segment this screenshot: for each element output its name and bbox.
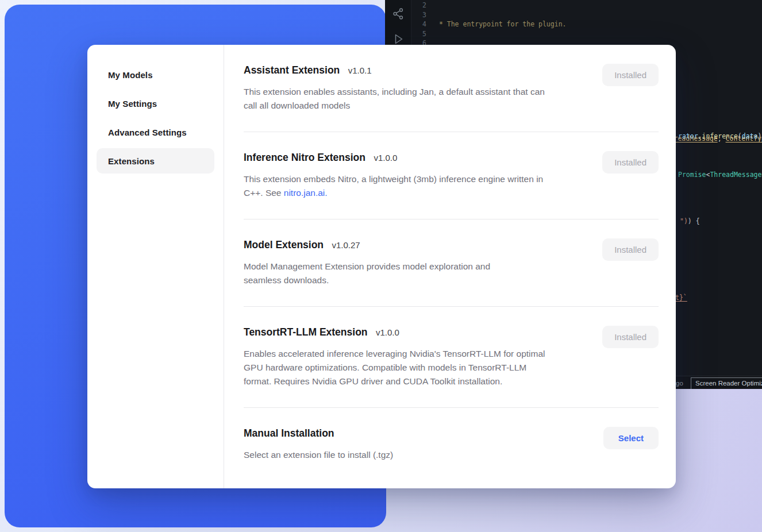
code-fragment-template: t}`: [675, 293, 687, 303]
extension-version: v1.0.27: [332, 240, 360, 250]
manual-installation-title: Manual Installation: [244, 427, 334, 439]
select-button[interactable]: Select: [603, 427, 659, 449]
code-fragment-string: ")) {: [680, 217, 700, 226]
manual-installation-description: Select an extension file to install (.tg…: [244, 448, 393, 462]
installed-button[interactable]: Installed: [602, 64, 659, 86]
run-debug-icon[interactable]: [391, 32, 405, 46]
code-fragment-promise: Promise<ThreadMessage>: [678, 170, 762, 180]
installed-button[interactable]: Installed: [602, 238, 659, 261]
manual-installation-row: Manual Installation Select an extension …: [244, 408, 659, 481]
extension-title: TensortRT-LLM Extension: [244, 326, 368, 338]
settings-modal: My Models My Settings Advanced Settings …: [87, 45, 676, 488]
extensions-list: Assistant Extension v1.0.1 This extensio…: [224, 45, 676, 488]
screen-reader-badge[interactable]: Screen Reader Optimized: [691, 377, 762, 389]
extension-description: Model Management Extension provides mode…: [244, 260, 497, 287]
extension-description: This extension embeds Nitro, a lightweig…: [244, 172, 548, 200]
extension-description: This extension enables assistants, inclu…: [244, 85, 548, 113]
settings-sidebar: My Models My Settings Advanced Settings …: [87, 45, 224, 488]
extension-row-nitro: Inference Nitro Extension v1.0.0 This ex…: [244, 132, 659, 219]
extension-title: Assistant Extension: [244, 64, 340, 76]
extension-info: TensortRT-LLM Extension v1.0.0 Enables a…: [244, 326, 554, 388]
extension-row-tensorrt: TensortRT-LLM Extension v1.0.0 Enables a…: [244, 307, 659, 408]
share-icon[interactable]: [391, 7, 405, 21]
installed-button[interactable]: Installed: [602, 326, 659, 348]
extension-title: Inference Nitro Extension: [244, 152, 365, 163]
code-doc-comment: * The entrypoint for the plugin.: [435, 20, 762, 29]
extension-info: Assistant Extension v1.0.1 This extensio…: [244, 64, 548, 113]
extension-info: Inference Nitro Extension v1.0.0 This ex…: [244, 151, 548, 200]
status-language[interactable]: go: [676, 379, 683, 388]
sidebar-item-my-settings[interactable]: My Settings: [97, 91, 214, 116]
sidebar-item-advanced-settings[interactable]: Advanced Settings: [97, 119, 214, 145]
extension-info: Manual Installation Select an extension …: [244, 427, 393, 462]
nitro-link[interactable]: nitro.jan.ai.: [284, 188, 328, 198]
extension-row-model: Model Extension v1.0.27 Model Management…: [244, 219, 659, 307]
extension-version: v1.0.0: [376, 327, 399, 337]
sidebar-item-extensions[interactable]: Extensions: [97, 148, 214, 174]
line-numbers: 2 3 4 5 6: [415, 1, 426, 48]
code-fragment-inference: rator.inference(data));: [678, 132, 762, 141]
extension-title: Model Extension: [244, 239, 324, 250]
extension-version: v1.0.0: [374, 153, 397, 163]
installed-button[interactable]: Installed: [602, 151, 659, 174]
extension-info: Model Extension v1.0.27 Model Management…: [244, 238, 497, 287]
extension-version: v1.0.1: [348, 65, 372, 75]
extension-description: Enables accelerated inference leveraging…: [244, 347, 554, 388]
extension-row-assistant: Assistant Extension v1.0.1 This extensio…: [244, 45, 659, 132]
desktop: 2 3 4 5 6 * The entrypoint for the plugi…: [0, 0, 762, 532]
sidebar-item-my-models[interactable]: My Models: [97, 62, 214, 87]
